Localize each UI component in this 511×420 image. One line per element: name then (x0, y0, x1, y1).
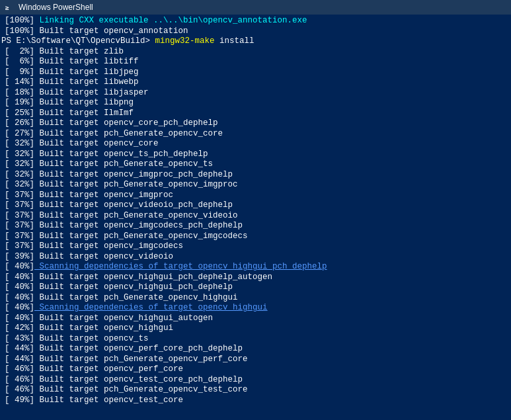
progress-percent: [ 32%] (1, 159, 34, 170)
terminal-line: [ 32%] Built target opencv_imgproc_pch_d… (0, 170, 511, 181)
terminal-line: [ 25%] Built target IlmImf (0, 108, 511, 119)
progress-percent: [ 40%] (1, 293, 34, 304)
line-text: Built target opencv_perf_core (34, 364, 183, 375)
line-text: Built target opencv_highgui_autogen (34, 314, 213, 324)
progress-percent: [ 9%] (1, 67, 34, 78)
terminal-line: [ 46%] Built target opencv_perf_core (0, 364, 511, 375)
progress-percent: [ 44%] (1, 355, 34, 365)
line-text: Built target opencv_core (34, 139, 159, 149)
line-text: Built target pch_Generate_opencv_core (34, 129, 223, 140)
progress-percent: [ 40%] (1, 303, 34, 314)
progress-percent: [ 44%] (1, 344, 34, 355)
progress-percent: [ 32%] (1, 170, 34, 181)
terminal-line: [ 37%] Built target pch_Generate_opencv_… (0, 211, 511, 222)
terminal-line: [ 9%] Built target libjpeg (0, 67, 511, 78)
line-text: Built target opencv_imgproc (34, 190, 173, 201)
line-text: Built target pch_Generate_opencv_ts (34, 159, 213, 170)
progress-percent: [ 39%] (1, 252, 34, 263)
line-text: Built target pch_Generate_opencv_imgproc (34, 180, 238, 190)
line-text: Built target opencv_imgcodecs (34, 241, 183, 252)
terminal-line: [ 19%] Built target libpng (0, 98, 511, 108)
line-text: Built target libjasper (34, 88, 149, 99)
title-bar-title: Windows PowerShell (19, 3, 93, 12)
progress-percent: [ 46%] (1, 375, 34, 386)
title-bar: ≥ Windows PowerShell (0, 0, 511, 15)
terminal-line: [ 18%] Built target libjasper (0, 88, 511, 99)
progress-percent: [ 26%] (1, 118, 34, 129)
line-text: Built target opencv_imgproc_pch_dephelp (34, 170, 233, 181)
progress-percent: [ 6%] (1, 57, 34, 67)
line-text: Built target IlmImf (34, 108, 134, 119)
progress-percent: [ 37%] (1, 241, 34, 252)
line-text: Built target opencv_highgui (34, 323, 173, 334)
terminal-line: PS E:\Software\QT\OpencvBuild> mingw32-m… (0, 36, 511, 47)
terminal-body: [100%] Linking CXX executable ..\..\bin\… (0, 15, 511, 420)
terminal-line: [ 40%] Built target pch_Generate_opencv_… (0, 293, 511, 304)
progress-percent: [100%] (1, 16, 34, 26)
terminal-line: [ 46%] Built target opencv_test_core_pch… (0, 375, 511, 386)
progress-percent: [ 37%] (1, 211, 34, 222)
terminal-line: [ 37%] Built target opencv_imgcodecs (0, 241, 511, 252)
line-text: Built target zlib (34, 47, 124, 58)
line-text: Built target opencv_highgui_pch_dephelp (34, 282, 233, 293)
prompt-args: install (215, 36, 255, 47)
line-text: Built target libjpeg (34, 67, 139, 78)
terminal-line: [ 40%] Scanning dependencies of target o… (0, 262, 511, 273)
line-text: Built target opencv_test_core_pch_dephel… (34, 375, 243, 386)
progress-percent: [ 40%] (1, 262, 34, 273)
line-text: Built target opencv_highgui_pch_dephelp_… (34, 273, 272, 283)
svg-text:≥: ≥ (5, 4, 9, 11)
progress-percent: [ 43%] (1, 334, 34, 345)
terminal-line: [100%] Linking CXX executable ..\..\bin\… (0, 16, 511, 26)
prompt-path: PS E:\Software\QT\OpencvBuild> (1, 36, 150, 47)
progress-percent: [ 40%] (1, 273, 34, 283)
terminal-line: [ 37%] Built target opencv_videoio_pch_d… (0, 200, 511, 211)
terminal-line: [100%] Built target opencv_annotation (0, 26, 511, 37)
line-text: Built target pch_Generate_opencv_perf_co… (34, 355, 248, 365)
terminal-line: [ 32%] Built target pch_Generate_opencv_… (0, 180, 511, 190)
line-text: Built target pch_Generate_opencv_highgui (34, 293, 238, 304)
terminal-line: [ 37%] Built target pch_Generate_opencv_… (0, 231, 511, 242)
progress-percent: [ 46%] (1, 364, 34, 375)
line-text: Built target opencv_ts (34, 334, 149, 345)
line-text: Scanning dependencies of target opencv_h… (34, 303, 268, 314)
terminal-line: [ 37%] Built target opencv_imgcodecs_pch… (0, 221, 511, 231)
line-text: Built target opencv_imgcodecs_pch_dephel… (34, 221, 243, 231)
line-text: Built target pch_Generate_opencv_imgcode… (34, 231, 248, 242)
terminal-line: [ 40%] Built target opencv_highgui_pch_d… (0, 282, 511, 293)
progress-percent: [ 40%] (1, 314, 34, 324)
terminal-line: [ 32%] Built target pch_Generate_opencv_… (0, 159, 511, 170)
progress-percent: [ 2%] (1, 47, 34, 58)
line-text: Built target opencv_core_pch_dephelp (34, 118, 218, 129)
line-text: Built target pch_Generate_opencv_videoio (34, 211, 238, 222)
line-text: Built target opencv_test_core (34, 396, 183, 406)
line-text: Built target libpng (34, 98, 134, 108)
line-text: Built target opencv_videoio (34, 252, 173, 263)
prompt-command: mingw32-make (150, 36, 215, 47)
powershell-icon: ≥ (4, 2, 15, 13)
line-text: Built target opencv_videoio_pch_dephelp (34, 200, 233, 211)
terminal-line: [ 37%] Built target opencv_imgproc (0, 190, 511, 201)
progress-percent: [ 37%] (1, 221, 34, 231)
terminal-line: [ 42%] Built target opencv_highgui (0, 323, 511, 334)
terminal-line: [ 32%] Built target opencv_core (0, 139, 511, 149)
progress-percent: [ 49%] (1, 396, 34, 406)
terminal-line: [ 27%] Built target pch_Generate_opencv_… (0, 129, 511, 140)
progress-percent: [ 37%] (1, 200, 34, 211)
terminal-line: [ 44%] Built target pch_Generate_opencv_… (0, 355, 511, 365)
line-text: Built target libtiff (34, 57, 139, 67)
line-text: Built target pch_Generate_opencv_test_co… (34, 385, 248, 396)
terminal-line: [ 43%] Built target opencv_ts (0, 334, 511, 345)
line-text: Scanning dependencies of target opencv_h… (34, 262, 327, 273)
progress-percent: [ 40%] (1, 282, 34, 293)
terminal-line: [ 46%] Built target pch_Generate_opencv_… (0, 385, 511, 396)
terminal-line: [ 14%] Built target libwebp (0, 77, 511, 88)
terminal-line: [ 40%] Built target opencv_highgui_pch_d… (0, 273, 511, 283)
progress-percent: [ 42%] (1, 323, 34, 334)
progress-percent: [ 32%] (1, 139, 34, 149)
terminal-line: [ 32%] Built target opencv_ts_pch_dephel… (0, 149, 511, 160)
progress-percent: [ 37%] (1, 190, 34, 201)
terminal-line: [ 49%] Built target opencv_test_core (0, 396, 511, 406)
line-text: Built target opencv_perf_core_pch_dephel… (34, 344, 243, 355)
progress-percent: [ 37%] (1, 231, 34, 242)
